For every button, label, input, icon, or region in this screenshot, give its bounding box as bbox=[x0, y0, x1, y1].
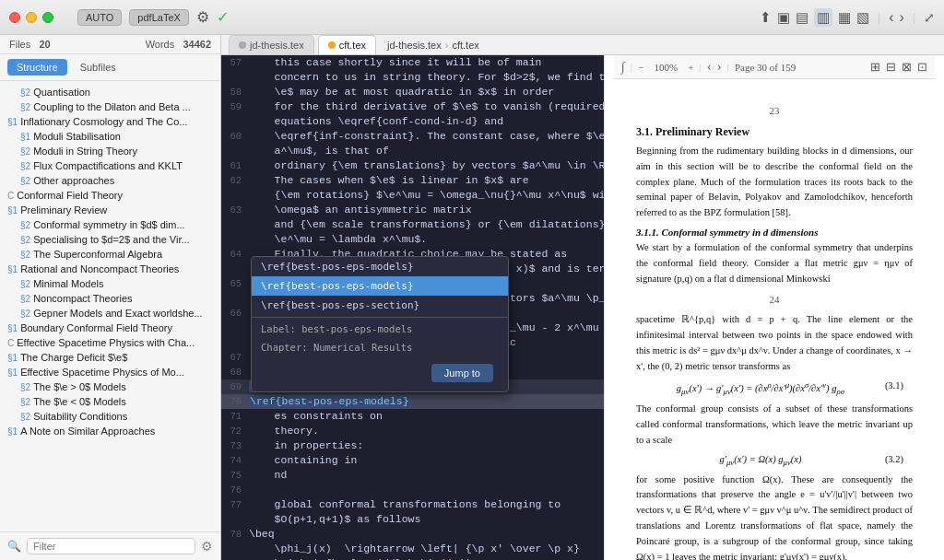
para-3-1-1b: spacetime ℝ^{p,q} with d = p + q. The li… bbox=[636, 312, 913, 374]
code-line: 57 this case shortly since it will be of… bbox=[221, 55, 604, 70]
tree-item[interactable]: §2 Coupling to the Dilaton and Beta ... bbox=[0, 99, 220, 114]
tab-label-thesis: jd-thesis.tex bbox=[250, 40, 304, 51]
layout-icon-1[interactable]: ⊞ bbox=[870, 60, 880, 75]
eq-31-label: (3.1) bbox=[885, 380, 903, 391]
preview-content: 23 3.1. Preliminary Review Beginning fro… bbox=[614, 79, 935, 560]
code-line: \phi_j(x) \rightarrow \left| {\p x' \ove… bbox=[221, 542, 604, 556]
preview-nav-right[interactable]: › bbox=[717, 59, 722, 75]
auto-compile-button[interactable]: AUTO bbox=[77, 9, 122, 26]
code-panel[interactable]: 57 this case shortly since it will be of… bbox=[221, 55, 604, 560]
zoom-level: 100% bbox=[649, 62, 682, 73]
tree-item[interactable]: §2 Quantisation bbox=[0, 85, 220, 99]
tree-item[interactable]: §2 The $\e > 0$ Models bbox=[0, 379, 220, 394]
layout4-icon[interactable]: ▦ bbox=[838, 9, 851, 26]
tab-dot-cft bbox=[328, 41, 336, 49]
tab-cft[interactable]: cft.tex bbox=[318, 35, 376, 54]
code-line: 74 containing in bbox=[221, 453, 604, 468]
tree-item[interactable]: CConformal Field Theory bbox=[0, 188, 220, 203]
code-line: 77 global conformal transformations belo… bbox=[221, 497, 604, 512]
filter-icon: 🔍 bbox=[7, 540, 21, 553]
filter-input[interactable] bbox=[27, 538, 195, 554]
tree-item[interactable]: CEffective Spacetime Physics with Cha... bbox=[0, 335, 220, 350]
breadcrumb-item1: jd-thesis.tex bbox=[387, 40, 442, 51]
tab-dot-thesis bbox=[239, 41, 246, 49]
tree-item[interactable]: §1 Inflationary Cosmology and The Co... bbox=[0, 114, 220, 129]
code-line: a^\mu$, is that of bbox=[221, 144, 604, 158]
upload-icon[interactable]: ⬆ bbox=[760, 9, 772, 26]
nav-prev-icon[interactable]: ‹ bbox=[889, 9, 893, 26]
code-line: 61 ordinary {\em translations} by vector… bbox=[221, 158, 604, 173]
tab-thesis[interactable]: jd-thesis.tex bbox=[229, 35, 314, 54]
autocomplete-tooltip[interactable]: \ref{best-pos-eps-models} \ref{best-pos-… bbox=[251, 256, 509, 392]
layout1-icon[interactable]: ▣ bbox=[777, 9, 790, 26]
tree-item[interactable]: §1 Boundary Conformal Field Theory bbox=[0, 321, 220, 335]
breadcrumb-arrow: › bbox=[445, 40, 449, 51]
tree-item[interactable]: §2 Specialising to $d=2$ and the Vir... bbox=[0, 232, 220, 247]
layout-icon-4[interactable]: ⊡ bbox=[917, 60, 927, 75]
code-line: 58 \e$ may be at most quadratic in $x$ i… bbox=[221, 85, 604, 99]
tree-item[interactable]: §2 The Superconformal Algebra bbox=[0, 247, 220, 262]
tooltip-item-1[interactable]: \ref{best-pos-eps-models} bbox=[252, 257, 508, 276]
tooltip-chapter: Chapter: Numerical Results bbox=[252, 338, 508, 356]
format-button[interactable]: pdfLaTeX bbox=[129, 9, 188, 26]
zoom-in-btn[interactable]: + bbox=[688, 62, 693, 73]
para-3-1: Beginning from the rudimentary building … bbox=[636, 144, 913, 221]
tree-item[interactable]: §1 The Charge Deficit $\e$ bbox=[0, 350, 220, 365]
titlebar: AUTO pdfLaTeX ⚙ ✓ ⬆ ▣ ▤ ▥ ▦ ▧ | ‹ › | ⤢ bbox=[0, 0, 944, 35]
code-line: equations \eqref{conf-cond-in-d} and bbox=[221, 114, 604, 129]
tree-item[interactable]: §2 Noncompact Theories bbox=[0, 291, 220, 306]
layout5-icon[interactable]: ▧ bbox=[856, 9, 869, 26]
tree-item[interactable]: §1 Rational and Noncompact Theories bbox=[0, 262, 220, 276]
layout-icon-3[interactable]: ⊠ bbox=[902, 60, 912, 75]
tree-item[interactable]: §1 A Note on Similar Approaches bbox=[0, 424, 220, 438]
page-number-top: 23 bbox=[636, 105, 913, 116]
sidebar-stats: Files 20 Words 34462 bbox=[0, 35, 220, 54]
code-line: {\em rotations} $\e^\mu = \omega_\nu{}^\… bbox=[221, 188, 604, 203]
tab-subfiles[interactable]: Subfiles bbox=[71, 59, 125, 76]
close-button[interactable] bbox=[9, 12, 20, 23]
tree-item[interactable]: §2 Gepner Models and Exact worldshe... bbox=[0, 306, 220, 321]
code-line: 78\beq bbox=[221, 527, 604, 542]
tooltip-label: Label: best-pos-eps-models bbox=[252, 320, 508, 338]
toolbar-icons: ⬆ ▣ ▤ ▥ ▦ ▧ | ‹ › | ⤢ bbox=[760, 8, 935, 27]
zoom-out-btn[interactable]: − bbox=[638, 62, 643, 73]
preview-panel: ∫ | − 100% + | ‹ › | Page 30 of 159 ⊞ ⊟ … bbox=[604, 55, 944, 560]
para-3-1-1d: for some positive function Ω(x). These a… bbox=[636, 472, 913, 560]
tree-item[interactable]: §2 Conformal symmetry in $d$ dim... bbox=[0, 217, 220, 232]
sidebar-tabs: Structure Subfiles bbox=[0, 54, 220, 81]
tree-item[interactable]: §1 Preliminary Review bbox=[0, 203, 220, 217]
tooltip-item-3[interactable]: \ref{best-pos-eps-section} bbox=[252, 296, 508, 315]
preview-nav-left[interactable]: ‹ bbox=[707, 59, 712, 75]
equation-3-2: (3.2) g'μν(x') = Ω(x) gμν(x) bbox=[636, 454, 913, 467]
jump-to-button[interactable]: Jump to bbox=[431, 364, 493, 382]
code-line: 59 for the third derivative of $\e$ to v… bbox=[221, 99, 604, 114]
nav-next-icon[interactable]: › bbox=[900, 9, 904, 26]
tree-item[interactable]: §1 Moduli Stabilisation bbox=[0, 129, 220, 144]
expand-icon[interactable]: ⤢ bbox=[924, 10, 935, 25]
layout-icon-2[interactable]: ⊟ bbox=[886, 60, 896, 75]
sidebar-footer: 🔍 ⚙ bbox=[0, 531, 220, 560]
tree-item[interactable]: §2 Flux Compactifications and KKLT bbox=[0, 158, 220, 173]
code-line: $O(p+1,q+1)$ as follows bbox=[221, 512, 604, 527]
tree-item[interactable]: §2 The $\e < 0$ Models bbox=[0, 394, 220, 409]
editor-tabs-bar: jd-thesis.tex cft.tex jd-thesis.tex › cf… bbox=[221, 35, 944, 55]
eq-32-label: (3.2) bbox=[885, 454, 903, 464]
tree-item[interactable]: §2 Moduli in String Theory bbox=[0, 144, 220, 158]
minimize-button[interactable] bbox=[26, 12, 37, 23]
tooltip-item-2[interactable]: \ref{best-pos-eps-models} bbox=[252, 276, 508, 296]
tree-item[interactable]: §1 Effective Spacetime Physics of Mo... bbox=[0, 365, 220, 379]
subsection-3-1-1: 3.1.1. Conformal symmetry in d dimension… bbox=[636, 227, 913, 238]
gear-icon[interactable]: ⚙ bbox=[201, 539, 213, 554]
tree-item[interactable]: §2 Minimal Models bbox=[0, 276, 220, 291]
layout2-icon[interactable]: ▤ bbox=[796, 9, 808, 26]
settings-icon[interactable]: ⚙ bbox=[196, 8, 209, 26]
editor-area: jd-thesis.tex cft.tex jd-thesis.tex › cf… bbox=[221, 35, 944, 560]
tree-item[interactable]: §2 Other approaches bbox=[0, 173, 220, 188]
tree-item[interactable]: §2 Suitability Conditions bbox=[0, 409, 220, 424]
layout3-icon[interactable]: ▥ bbox=[814, 8, 832, 27]
code-line: 60 \eqref{inf-constraint}. The constant … bbox=[221, 129, 604, 144]
eq-31-content: gμν(x') → g'μν(x') = (∂xρ/∂x'μ)(∂xσ/∂x'ν… bbox=[677, 383, 844, 393]
code-line: 63 \omega$ an antisymmetric matrix bbox=[221, 203, 604, 217]
tab-structure[interactable]: Structure bbox=[7, 59, 67, 76]
maximize-button[interactable] bbox=[42, 12, 53, 23]
